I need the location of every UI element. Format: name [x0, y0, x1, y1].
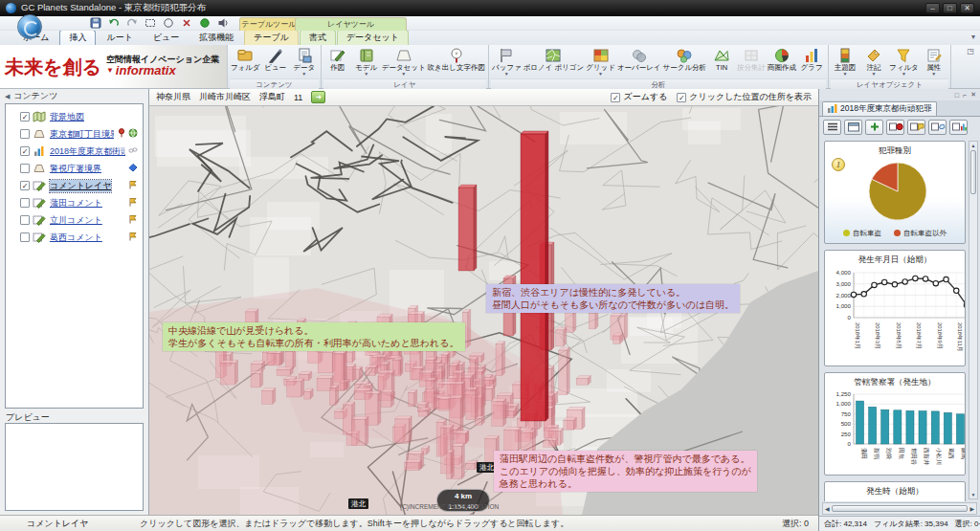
panel-float-icon[interactable]: □ [955, 92, 959, 99]
delete-icon[interactable] [179, 17, 194, 30]
horizontal-scrollbar[interactable]: ◀ ▶ [822, 502, 977, 515]
show-address-checkbox[interactable]: ✓ クリックした位置の住所を表示 [677, 91, 812, 103]
close-button[interactable]: ✕ [960, 3, 974, 13]
ribbon-button-ビュー[interactable]: ビュー [261, 46, 290, 77]
select-rect-icon[interactable] [143, 17, 158, 30]
scrollbar-thumb[interactable] [970, 150, 976, 194]
layer-tree-item[interactable]: 蒲田コメント [8, 194, 141, 211]
ribbon-button-オーバーレイ[interactable]: オーバーレイ [616, 46, 662, 77]
zoom-checkbox-box[interactable]: ✓ [611, 93, 620, 102]
ribbon-button-データセット[interactable]: データセット▼ [381, 46, 427, 77]
symbol-comment-button[interactable] [907, 120, 925, 135]
address-number[interactable]: 11 [294, 93, 302, 102]
layer-checkbox[interactable] [20, 232, 30, 242]
show-address-checkbox-box[interactable]: ✓ [677, 93, 686, 102]
symbol-graph-button[interactable] [949, 120, 968, 135]
layer-label[interactable]: コメントレイヤ [50, 180, 111, 192]
address-city[interactable]: 川崎市川崎区 [199, 91, 251, 103]
ribbon-button-バッファ[interactable]: バッファ▼ [491, 46, 523, 77]
tab-ルート[interactable]: ルート [97, 30, 142, 45]
ribbon-button-フォルダ[interactable]: フォルダ [230, 46, 261, 77]
layer-tree-item[interactable]: 立川コメント [8, 211, 141, 229]
line-chart[interactable]: 01,0002,0003,0004,0002018年1月2018年3月2018年… [826, 266, 966, 365]
chart-card-line[interactable]: 発生年月日（始期）01,0002,0003,0004,0002018年1月201… [824, 250, 966, 366]
select-circle-icon[interactable] [161, 17, 176, 30]
bar-chart[interactable]: 02505007501,0001,250蒲田新宿池袋田無世田谷西新井小松川葛西練… [826, 388, 966, 476]
tab-挿入[interactable]: 挿入 [59, 30, 96, 45]
ribbon-button-TIN[interactable]: TIN [707, 46, 736, 77]
layer-checkbox[interactable]: ✓ [20, 146, 30, 156]
layer-checkbox[interactable]: ✓ [20, 112, 30, 122]
save-icon[interactable] [88, 17, 103, 30]
layer-label[interactable]: 立川コメント [50, 214, 102, 227]
layer-checkbox[interactable] [20, 129, 30, 139]
layer-label[interactable]: 2018年度東京都街頭犯罪 [50, 145, 125, 158]
layer-label[interactable]: 葛西コメント [50, 232, 102, 244]
map-canvas[interactable]: 4 km 1:154,400 (C)INCREMENT P CORPORATIO… [149, 106, 818, 515]
app-menu-button[interactable] [17, 14, 42, 39]
ribbon-options-icon[interactable]: ▾ [971, 33, 975, 41]
panel-close-icon[interactable]: ✕ [970, 91, 976, 99]
ribbon-button-ボロノイポリゴン[interactable]: ボロノイ ポリゴン [523, 46, 586, 77]
layer-tree-item[interactable]: ✓背景地図 [8, 108, 141, 125]
scroll-left-icon[interactable]: ◀ [825, 505, 830, 512]
float-window-button[interactable] [844, 120, 862, 135]
tab-テーブル[interactable]: テーブル [244, 30, 299, 45]
ribbon-button-グラフ[interactable]: グラフ [797, 46, 826, 77]
add-button[interactable] [865, 120, 883, 135]
ribbon-button-主題図[interactable]: 主題図▼ [831, 46, 859, 77]
map-annotation-shinjuku[interactable]: 新宿、渋谷エリアは慢性的に多発している。 昼間人口がそもそも多い所なので件数が多… [486, 284, 740, 313]
address-go-button[interactable]: ➜ [311, 91, 325, 103]
pie-chart[interactable] [826, 157, 966, 224]
chart-card-bar[interactable]: 管轄警察署（発生地）02505007501,0001,250蒲田新宿池袋田無世田… [824, 372, 966, 476]
tab-拡張機能[interactable]: 拡張機能 [189, 30, 243, 45]
ribbon-button-属性[interactable]: 属性▼ [920, 46, 948, 77]
layer-tree-item[interactable]: ✓2018年度東京都街頭犯罪 [8, 143, 141, 160]
maximize-button[interactable]: □ [943, 3, 957, 13]
layer-checkbox[interactable]: ✓ [20, 181, 30, 190]
layer-tree-item[interactable]: ✓コメントレイヤ [8, 177, 141, 194]
layer-label[interactable]: 警視庁署境界 [50, 163, 101, 175]
redo-icon[interactable] [124, 17, 140, 30]
scroll-right-icon[interactable]: ▶ [969, 505, 974, 512]
layer-tree-item[interactable]: 東京都町丁目境界 [8, 125, 141, 143]
collapse-icon[interactable]: ◀ [5, 93, 10, 100]
panel-pin-icon[interactable]: ⌐ [963, 92, 967, 99]
map-annotation-chuo[interactable]: 中央線沿線で山が見受けられる。 学生が多くそもそも自転車の所有・利用率が高いため… [163, 322, 465, 351]
layer-tree-item[interactable]: 警視庁署境界 [8, 160, 141, 177]
vertical-scrollbar[interactable]: ▲ ▼ [969, 141, 978, 499]
hscrollbar-thumb[interactable] [832, 505, 969, 512]
scroll-up-icon[interactable]: ▲ [971, 143, 976, 148]
ribbon-button-サークル分析[interactable]: サークル分析 [662, 46, 708, 77]
layer-checkbox[interactable] [20, 215, 30, 225]
layer-checkbox[interactable] [20, 164, 30, 173]
ribbon-button-商圏作成[interactable]: 商圏作成 [767, 46, 797, 77]
tab-書式[interactable]: 書式 [300, 30, 336, 45]
chart-panel-tab[interactable]: 2018年度東京都街頭犯罪 [822, 101, 937, 116]
ribbon-button-モデル[interactable]: モデル▼ [352, 46, 381, 77]
layer-label[interactable]: 東京都町丁目境界 [50, 128, 114, 141]
preview-pane[interactable] [5, 423, 144, 511]
layer-label[interactable]: 背景地図 [50, 111, 84, 123]
zoom-checkbox[interactable]: ✓ ズームする [611, 91, 667, 103]
chart-card-pie[interactable]: 犯罪種別1自転車盗自転車盗以外 [824, 141, 966, 244]
tab-データセット[interactable]: データセット [337, 30, 409, 45]
scroll-down-icon[interactable]: ▼ [971, 492, 976, 498]
minimize-button[interactable]: – [925, 3, 940, 13]
layer-tree-item[interactable]: 葛西コメント [8, 229, 141, 246]
ribbon-button-グリッド[interactable]: グリッド▼ [585, 46, 616, 77]
symbol-point-button[interactable] [886, 120, 904, 135]
address-town[interactable]: 浮島町 [259, 91, 285, 103]
record-icon[interactable] [197, 17, 212, 30]
sound-icon[interactable] [215, 17, 231, 30]
layer-checkbox[interactable] [20, 198, 30, 208]
chart-card-table[interactable]: 発生時（始期） [824, 481, 966, 501]
ribbon-button-作図[interactable]: 作図 [323, 46, 352, 77]
ribbon-button-フィルタ[interactable]: フィルタ▼ [888, 46, 920, 77]
ribbon-button-データ[interactable]: データ▼ [290, 46, 319, 77]
tab-ビュー[interactable]: ビュー [144, 30, 189, 45]
ribbon-button-吹き出し文字作図[interactable]: 吹き出し文字作図 [427, 46, 486, 77]
address-prefecture[interactable]: 神奈川県 [156, 91, 190, 103]
menu-button[interactable] [823, 120, 841, 135]
map-annotation-kamata[interactable]: 蒲田駅周辺の自転車盗件数が、警視庁管内で最多である。 このエリアの傾向を把握し、… [494, 451, 757, 492]
